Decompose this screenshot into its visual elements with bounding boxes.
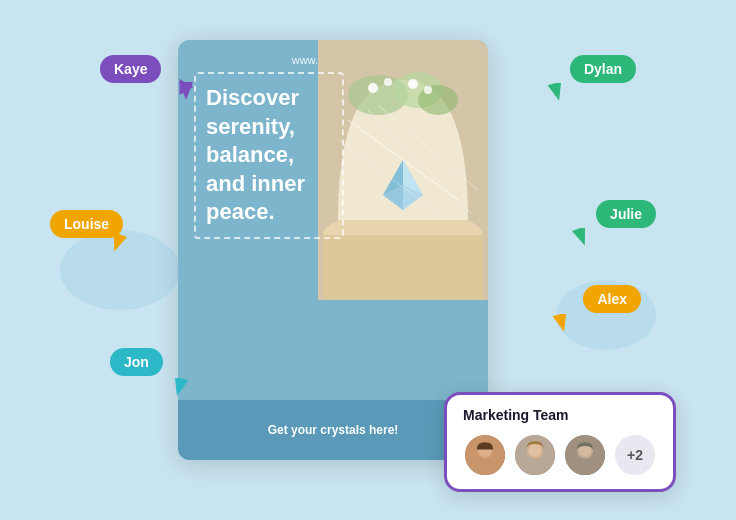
arrow-dylan <box>546 83 568 107</box>
badge-dylan: Dylan <box>570 55 636 83</box>
avatar-2-svg <box>515 433 555 477</box>
svg-point-6 <box>368 83 378 93</box>
svg-point-5 <box>418 85 458 115</box>
avatars-row: +2 <box>463 433 657 477</box>
card-text-block: Discover serenity, balance, and inner pe… <box>194 72 344 239</box>
avatar-1 <box>463 433 507 477</box>
svg-marker-21 <box>108 234 127 254</box>
avatar-2 <box>513 433 557 477</box>
badge-julie-label: Julie <box>610 206 642 222</box>
arrow-alex <box>551 314 573 338</box>
badge-kaye: Kaye <box>100 55 161 83</box>
card-headline: Discover serenity, balance, and inner pe… <box>206 84 332 227</box>
badge-kaye-label: Kaye <box>114 61 147 77</box>
arrow-louise <box>106 234 128 258</box>
svg-marker-19 <box>179 82 193 100</box>
svg-marker-23 <box>553 314 571 334</box>
avatar-3 <box>563 433 607 477</box>
svg-marker-24 <box>170 378 188 398</box>
svg-rect-2 <box>323 235 483 300</box>
card-cta: Get your crystals here! <box>268 423 399 437</box>
marketing-team-panel: Marketing Team <box>444 392 676 492</box>
marketing-team-title: Marketing Team <box>463 407 657 423</box>
badge-julie: Julie <box>596 200 656 228</box>
badge-louise-label: Louise <box>64 216 109 232</box>
avatar-3-svg <box>565 433 605 477</box>
svg-point-8 <box>408 79 418 89</box>
svg-marker-22 <box>572 228 591 248</box>
badge-alex: Alex <box>583 285 641 313</box>
avatar-count-label: +2 <box>627 447 643 463</box>
badge-jon-label: Jon <box>124 354 149 370</box>
design-card: www.lumina.com <box>178 40 488 460</box>
badge-dylan-label: Dylan <box>584 61 622 77</box>
arrow-julie <box>571 228 593 252</box>
badge-alex-label: Alex <box>597 291 627 307</box>
arrow-jon <box>168 378 190 402</box>
svg-point-7 <box>384 78 392 86</box>
badge-jon: Jon <box>110 348 163 376</box>
svg-marker-20 <box>548 83 566 103</box>
avatar-1-svg <box>465 433 505 477</box>
svg-point-9 <box>424 86 432 94</box>
svg-point-32 <box>529 444 542 457</box>
card-bottom: Get your crystals here! <box>178 400 488 460</box>
avatar-count: +2 <box>613 433 657 477</box>
arrow-kaye <box>175 82 195 102</box>
